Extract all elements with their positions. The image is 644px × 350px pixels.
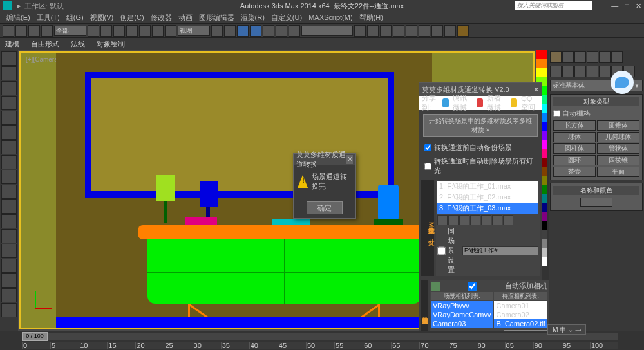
cameras-icon[interactable] (587, 66, 598, 77)
render-camera-list[interactable]: Camera01 Camera02 B_Camera02.tif (494, 301, 547, 328)
swatch[interactable] (536, 68, 547, 77)
settings-icon[interactable] (503, 215, 513, 225)
up-icon[interactable] (459, 215, 469, 225)
delete-lights-checkbox[interactable] (424, 163, 431, 170)
shapes-icon[interactable] (562, 66, 574, 77)
tab-modeling[interactable]: 建模 (5, 39, 19, 49)
lights-icon[interactable] (574, 66, 586, 77)
percent-snap-icon[interactable] (263, 25, 274, 37)
tool-icon[interactable] (1, 66, 17, 80)
menu-help[interactable]: 帮助(H) (357, 13, 386, 23)
time-slider-track[interactable] (22, 333, 618, 340)
remove-file-icon[interactable] (448, 215, 459, 225)
menu-render[interactable]: 渲染(R) (238, 13, 267, 23)
help-search-input[interactable]: 搜入关键词或图层 (515, 1, 592, 10)
menu-maxscript[interactable]: MAXScript(M) (306, 14, 355, 21)
clear-icon[interactable] (492, 215, 502, 225)
close-button[interactable]: ✕ (636, 2, 641, 10)
unlink-icon[interactable] (41, 25, 53, 37)
swatch[interactable] (536, 50, 547, 59)
workspace-selector[interactable]: ► 工作区: 默认 (15, 1, 64, 11)
menu-modifiers[interactable]: 修改器 (148, 13, 175, 23)
render-icon[interactable] (457, 25, 469, 37)
time-slider-thumb[interactable]: 0 / 100 (22, 332, 48, 341)
select-icon[interactable] (88, 25, 99, 37)
prim-plane-button[interactable]: 平面 (597, 167, 639, 177)
hierarchy-tab-icon[interactable] (574, 51, 586, 63)
snap-icon[interactable] (237, 25, 249, 37)
tool-icon[interactable] (1, 214, 17, 228)
rotate-icon[interactable] (152, 25, 164, 37)
material-editor-icon[interactable] (419, 25, 430, 37)
sina-weibo-icon[interactable] (477, 98, 483, 107)
redo-icon[interactable] (15, 25, 27, 37)
menu-graph[interactable]: 图形编辑器 (196, 13, 237, 23)
display-tab-icon[interactable] (599, 51, 611, 63)
tool-icon[interactable] (1, 185, 17, 199)
scale-icon[interactable] (165, 25, 176, 37)
tab-objectpaint[interactable]: 对象绘制 (97, 39, 125, 49)
tool-icon[interactable] (1, 170, 17, 184)
backup-checkbox[interactable] (424, 144, 431, 151)
menu-view[interactable]: 视图(V) (88, 13, 117, 23)
select-name-icon[interactable] (100, 25, 112, 37)
menu-tools[interactable]: 工具(T) (34, 13, 62, 23)
ref-coord-dropdown[interactable]: 视图 (178, 26, 210, 36)
tool-icon[interactable] (1, 199, 17, 214)
named-sel-icon[interactable] (289, 25, 300, 37)
helpers-icon[interactable] (599, 66, 611, 77)
modify-tab-icon[interactable] (562, 51, 574, 63)
tool-icon[interactable] (1, 244, 17, 258)
dialog-close-icon[interactable]: ✕ (346, 155, 353, 164)
object-color-swatch[interactable] (580, 198, 612, 207)
window-crossing-icon[interactable] (126, 25, 138, 37)
select-region-icon[interactable] (113, 25, 125, 37)
render-setup-icon[interactable] (431, 25, 443, 37)
link-icon[interactable] (28, 25, 40, 37)
ok-button[interactable]: 确定 (307, 201, 343, 214)
tool-icon[interactable] (1, 303, 17, 317)
output-path-input[interactable] (462, 246, 538, 255)
utilities-tab-icon[interactable] (611, 51, 623, 63)
tool-icon[interactable] (1, 111, 17, 125)
undo-icon[interactable] (3, 25, 14, 37)
start-convert-button[interactable]: 开始转换场景中的多维材质及零多维材质 » (423, 114, 538, 137)
autogrid-checkbox[interactable] (553, 110, 560, 117)
tool-icon[interactable] (1, 140, 17, 154)
motion-tab-icon[interactable] (587, 51, 598, 63)
prim-tube-button[interactable]: 管状体 (597, 143, 639, 154)
geometry-icon[interactable] (550, 66, 562, 77)
add-cam-icon[interactable] (431, 282, 440, 291)
tool-icon[interactable] (1, 96, 17, 110)
prim-geosphere-button[interactable]: 几何球体 (597, 132, 639, 142)
refresh-icon[interactable] (481, 215, 491, 225)
menu-edit[interactable]: 编辑(E) (4, 13, 33, 23)
rollup-header[interactable]: 名称和颜色 (553, 186, 639, 195)
manip-icon[interactable] (224, 25, 236, 37)
prim-box-button[interactable]: 长方体 (553, 120, 596, 131)
menu-animation[interactable]: 动画 (176, 13, 195, 23)
tool-icon[interactable] (1, 51, 17, 66)
scene-camera-list[interactable]: VRayPhyvv VRayDomeCamvv Camera03 (431, 301, 493, 328)
prim-teapot-button[interactable]: 茶壶 (553, 167, 596, 177)
create-tab-icon[interactable] (550, 51, 562, 63)
move-icon[interactable] (139, 25, 151, 37)
ime-indicator[interactable]: M 中 ⌄ ⟞ (547, 324, 586, 335)
pivot-icon[interactable] (211, 25, 223, 37)
menu-create[interactable]: 创建(C) (117, 13, 146, 23)
angle-snap-icon[interactable] (250, 25, 261, 37)
prim-pyramid-button[interactable]: 四棱锥 (597, 155, 639, 165)
tool-icon[interactable] (1, 125, 17, 140)
max-file-list[interactable]: 1. F:\我的工作_01.max 2. F:\我的工作_02.max 3. F… (437, 181, 538, 214)
tool-icon[interactable] (1, 155, 17, 169)
curve-editor-icon[interactable] (393, 25, 404, 37)
selection-filter[interactable]: 全部 (54, 26, 86, 36)
prim-cylinder-button[interactable]: 圆柱体 (553, 143, 596, 154)
tab-freeform[interactable]: 自由形式 (31, 39, 59, 49)
tool-icon[interactable] (1, 81, 17, 95)
spinner-snap-icon[interactable] (276, 25, 287, 37)
panel-close-icon[interactable]: ✕ (533, 86, 539, 94)
tab-selection[interactable]: 法线 (71, 39, 85, 49)
menu-group[interactable]: 组(G) (64, 13, 86, 23)
prim-torus-button[interactable]: 圆环 (553, 155, 596, 165)
